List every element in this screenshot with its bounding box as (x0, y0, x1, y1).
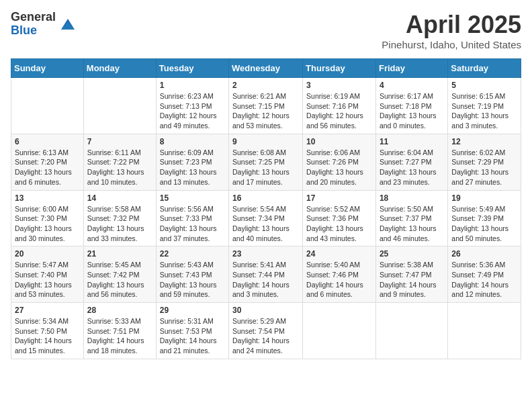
day-number: 24 (306, 249, 372, 259)
cell-content: Sunrise: 5:47 AMSunset: 7:40 PMDaylight:… (15, 260, 80, 300)
logo: General Blue (11, 11, 77, 38)
header-thursday: Thursday (303, 59, 376, 78)
cell-content: Sunrise: 5:43 AMSunset: 7:43 PMDaylight:… (160, 260, 225, 300)
day-number: 15 (160, 193, 225, 203)
day-number: 28 (87, 306, 152, 315)
cell-content: Sunrise: 6:09 AMSunset: 7:23 PMDaylight:… (160, 148, 225, 187)
day-number: 23 (232, 249, 299, 259)
cell-content: Sunrise: 5:49 AMSunset: 7:39 PMDaylight:… (451, 204, 517, 244)
calendar-cell: 4Sunrise: 6:17 AMSunset: 7:18 PMDaylight… (375, 78, 447, 134)
cell-content: Sunrise: 5:33 AMSunset: 7:51 PMDaylight:… (87, 316, 152, 356)
cell-content: Sunrise: 5:54 AMSunset: 7:34 PMDaylight:… (232, 204, 299, 244)
day-number: 5 (451, 81, 517, 90)
calendar-week-2: 6Sunrise: 6:13 AMSunset: 7:20 PMDaylight… (11, 134, 521, 190)
cell-content: Sunrise: 6:15 AMSunset: 7:19 PMDaylight:… (451, 91, 517, 131)
header-monday: Monday (83, 59, 156, 78)
calendar-cell: 18Sunrise: 5:50 AMSunset: 7:37 PMDayligh… (375, 190, 447, 246)
calendar-cell: 7Sunrise: 6:11 AMSunset: 7:22 PMDaylight… (83, 134, 156, 190)
cell-content: Sunrise: 5:29 AMSunset: 7:54 PMDaylight:… (232, 316, 299, 356)
calendar-week-3: 13Sunrise: 6:00 AMSunset: 7:30 PMDayligh… (11, 190, 521, 246)
day-number: 27 (15, 306, 80, 315)
calendar-cell: 6Sunrise: 6:13 AMSunset: 7:20 PMDaylight… (11, 134, 84, 190)
header: General Blue April 2025 Pinehurst, Idaho… (11, 11, 521, 50)
calendar-cell: 15Sunrise: 5:56 AMSunset: 7:33 PMDayligh… (156, 190, 228, 246)
cell-content: Sunrise: 5:50 AMSunset: 7:37 PMDaylight:… (380, 204, 444, 244)
calendar-cell: 16Sunrise: 5:54 AMSunset: 7:34 PMDayligh… (229, 190, 303, 246)
day-number: 1 (160, 81, 225, 90)
calendar-cell: 25Sunrise: 5:38 AMSunset: 7:47 PMDayligh… (375, 246, 447, 303)
page: General Blue April 2025 Pinehurst, Idaho… (0, 0, 532, 411)
calendar-cell: 13Sunrise: 6:00 AMSunset: 7:30 PMDayligh… (11, 190, 84, 246)
day-number: 25 (380, 249, 444, 259)
calendar-cell: 27Sunrise: 5:34 AMSunset: 7:50 PMDayligh… (11, 303, 84, 359)
calendar-week-5: 27Sunrise: 5:34 AMSunset: 7:50 PMDayligh… (11, 303, 521, 359)
cell-content: Sunrise: 5:34 AMSunset: 7:50 PMDaylight:… (15, 316, 80, 356)
calendar-cell: 5Sunrise: 6:15 AMSunset: 7:19 PMDaylight… (448, 78, 521, 134)
subtitle: Pinehurst, Idaho, United States (382, 39, 521, 50)
day-number: 7 (87, 137, 152, 146)
cell-content: Sunrise: 6:06 AMSunset: 7:26 PMDaylight:… (306, 148, 372, 187)
day-number: 29 (160, 306, 225, 315)
calendar-cell (83, 78, 156, 134)
day-number: 19 (451, 193, 517, 203)
calendar-cell: 2Sunrise: 6:21 AMSunset: 7:15 PMDaylight… (229, 78, 303, 134)
cell-content: Sunrise: 6:17 AMSunset: 7:18 PMDaylight:… (380, 91, 444, 131)
day-number: 22 (160, 249, 225, 259)
day-number: 11 (380, 137, 444, 146)
cell-content: Sunrise: 5:36 AMSunset: 7:49 PMDaylight:… (451, 260, 517, 300)
calendar-cell: 22Sunrise: 5:43 AMSunset: 7:43 PMDayligh… (156, 246, 228, 303)
cell-content: Sunrise: 6:00 AMSunset: 7:30 PMDaylight:… (15, 204, 80, 244)
calendar-cell: 28Sunrise: 5:33 AMSunset: 7:51 PMDayligh… (83, 303, 156, 359)
calendar-cell: 29Sunrise: 5:31 AMSunset: 7:53 PMDayligh… (156, 303, 228, 359)
day-number: 9 (232, 137, 299, 146)
calendar-cell: 21Sunrise: 5:45 AMSunset: 7:42 PMDayligh… (83, 246, 156, 303)
cell-content: Sunrise: 6:04 AMSunset: 7:27 PMDaylight:… (380, 148, 444, 187)
calendar-cell: 14Sunrise: 5:58 AMSunset: 7:32 PMDayligh… (83, 190, 156, 246)
cell-content: Sunrise: 6:02 AMSunset: 7:29 PMDaylight:… (451, 148, 517, 187)
calendar-cell: 1Sunrise: 6:23 AMSunset: 7:13 PMDaylight… (156, 78, 228, 134)
calendar-cell: 23Sunrise: 5:41 AMSunset: 7:44 PMDayligh… (229, 246, 303, 303)
calendar-week-1: 1Sunrise: 6:23 AMSunset: 7:13 PMDaylight… (11, 78, 521, 134)
calendar-cell: 17Sunrise: 5:52 AMSunset: 7:36 PMDayligh… (303, 190, 376, 246)
day-number: 18 (380, 193, 444, 203)
calendar-cell: 8Sunrise: 6:09 AMSunset: 7:23 PMDaylight… (156, 134, 228, 190)
day-number: 30 (232, 306, 299, 315)
calendar-cell: 19Sunrise: 5:49 AMSunset: 7:39 PMDayligh… (448, 190, 521, 246)
calendar-header-row: Sunday Monday Tuesday Wednesday Thursday… (11, 59, 521, 78)
cell-content: Sunrise: 5:58 AMSunset: 7:32 PMDaylight:… (87, 204, 152, 244)
day-number: 8 (160, 137, 225, 146)
cell-content: Sunrise: 5:38 AMSunset: 7:47 PMDaylight:… (380, 260, 444, 300)
day-number: 6 (15, 137, 80, 146)
cell-content: Sunrise: 6:08 AMSunset: 7:25 PMDaylight:… (232, 148, 299, 187)
calendar-cell: 12Sunrise: 6:02 AMSunset: 7:29 PMDayligh… (448, 134, 521, 190)
day-number: 20 (15, 249, 80, 259)
calendar-cell: 26Sunrise: 5:36 AMSunset: 7:49 PMDayligh… (448, 246, 521, 303)
day-number: 21 (87, 249, 152, 259)
header-wednesday: Wednesday (229, 59, 303, 78)
header-sunday: Sunday (11, 59, 84, 78)
calendar-cell: 11Sunrise: 6:04 AMSunset: 7:27 PMDayligh… (375, 134, 447, 190)
day-number: 17 (306, 193, 372, 203)
calendar-cell: 3Sunrise: 6:19 AMSunset: 7:16 PMDaylight… (303, 78, 376, 134)
calendar-cell: 20Sunrise: 5:47 AMSunset: 7:40 PMDayligh… (11, 246, 84, 303)
cell-content: Sunrise: 6:23 AMSunset: 7:13 PMDaylight:… (160, 91, 225, 131)
calendar-cell: 10Sunrise: 6:06 AMSunset: 7:26 PMDayligh… (303, 134, 376, 190)
cell-content: Sunrise: 5:40 AMSunset: 7:46 PMDaylight:… (306, 260, 372, 300)
header-friday: Friday (375, 59, 447, 78)
cell-content: Sunrise: 5:45 AMSunset: 7:42 PMDaylight:… (87, 260, 152, 300)
logo-icon (58, 15, 77, 34)
cell-content: Sunrise: 5:31 AMSunset: 7:53 PMDaylight:… (160, 316, 225, 356)
header-tuesday: Tuesday (156, 59, 228, 78)
logo-blue-text: Blue (11, 24, 56, 38)
day-number: 2 (232, 81, 299, 90)
cell-content: Sunrise: 6:11 AMSunset: 7:22 PMDaylight:… (87, 148, 152, 187)
title-area: April 2025 Pinehurst, Idaho, United Stat… (382, 11, 521, 50)
calendar-week-4: 20Sunrise: 5:47 AMSunset: 7:40 PMDayligh… (11, 246, 521, 303)
day-number: 10 (306, 137, 372, 146)
day-number: 4 (380, 81, 444, 90)
calendar-cell: 9Sunrise: 6:08 AMSunset: 7:25 PMDaylight… (229, 134, 303, 190)
cell-content: Sunrise: 5:41 AMSunset: 7:44 PMDaylight:… (232, 260, 299, 300)
svg-marker-1 (61, 21, 75, 30)
cell-content: Sunrise: 6:21 AMSunset: 7:15 PMDaylight:… (232, 91, 299, 131)
calendar-cell: 30Sunrise: 5:29 AMSunset: 7:54 PMDayligh… (229, 303, 303, 359)
